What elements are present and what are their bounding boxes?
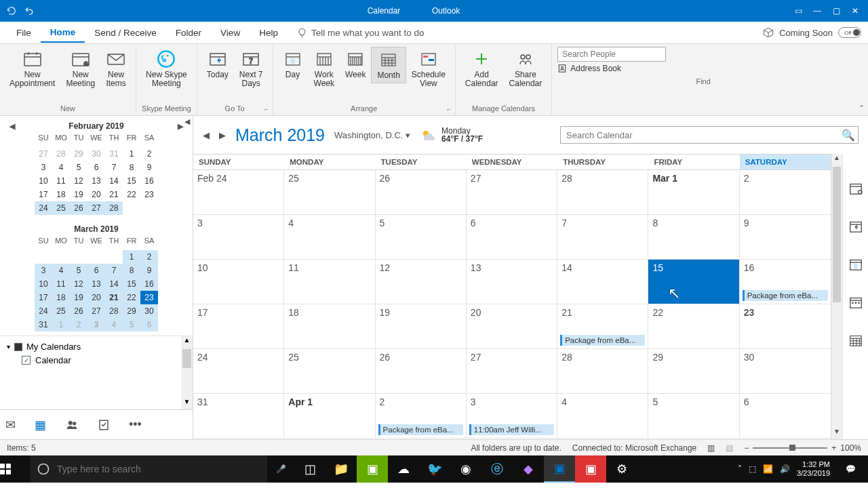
day-cell[interactable]: 29 (648, 349, 739, 393)
zoom-in-icon[interactable]: + (831, 443, 836, 453)
mini-day[interactable]: 15 (123, 277, 140, 291)
mini-day[interactable]: 6 (87, 264, 105, 277)
search-calendar-input[interactable] (561, 130, 839, 140)
scrollbar[interactable]: ▲▼ (181, 336, 193, 409)
mini-day[interactable]: 21 (105, 291, 123, 304)
dialog-launcher-icon[interactable]: ⌐ (445, 106, 454, 114)
start-button[interactable] (0, 464, 30, 474)
mini-day[interactable]: 10 (35, 277, 52, 291)
more-icon[interactable]: ••• (129, 418, 142, 432)
mini-day[interactable]: 22 (123, 188, 140, 201)
app-outlook[interactable]: ▣ (544, 455, 575, 483)
day-cell[interactable]: 31 (193, 394, 284, 438)
mini-day[interactable]: 6 (140, 318, 158, 331)
day-cell[interactable]: 4 (284, 215, 375, 259)
mini-day[interactable]: 14 (105, 277, 123, 291)
mini-day[interactable]: 3 (35, 161, 52, 174)
mini-day[interactable]: 28 (105, 201, 123, 215)
day-cell[interactable]: 11 (284, 260, 375, 304)
mini-day[interactable]: 6 (87, 161, 105, 174)
taskbar-search-input[interactable] (57, 464, 260, 474)
day-cell[interactable]: 3 (193, 215, 284, 259)
mini-day[interactable]: 27 (87, 304, 105, 318)
day-cell[interactable]: 13 (467, 260, 557, 304)
next-7-days-button[interactable]: 7Next 7Days (234, 47, 269, 91)
calendar-event[interactable]: Package from eBa... (743, 290, 828, 301)
next-period-icon[interactable]: ▶ (219, 130, 226, 140)
search-calendar[interactable]: 🔍 (560, 126, 859, 144)
today-button[interactable]: Today (201, 47, 234, 82)
mini-day[interactable]: 10 (35, 174, 52, 188)
next-month-icon[interactable]: ▶ (178, 122, 183, 131)
day-cell[interactable]: 21Package from eBa... (557, 304, 648, 348)
new-skype-meeting-button[interactable]: New SkypeMeeting (140, 47, 193, 91)
day-cell[interactable]: 22 (648, 304, 739, 348)
mini-day[interactable]: 9 (140, 264, 158, 277)
day-cell[interactable]: 19 (376, 304, 467, 348)
day-cell[interactable]: 10 (193, 260, 284, 304)
peek-icon[interactable] (848, 257, 863, 272)
mini-day[interactable]: 18 (52, 291, 70, 304)
day-cell[interactable]: 23 (740, 304, 831, 348)
calendar-event[interactable]: Package from eBa... (378, 424, 463, 435)
weather-location[interactable]: Washington, D.C. ▾ (334, 130, 410, 140)
mini-day[interactable]: 5 (70, 161, 87, 174)
app-explorer[interactable]: 📁 (326, 455, 357, 483)
schedule-view-button[interactable]: ScheduleView (406, 47, 451, 91)
app-camtasia[interactable]: ▣ (357, 455, 388, 483)
add-calendar-button[interactable]: AddCalendar (460, 47, 504, 91)
day-cell[interactable]: 27 (467, 349, 557, 393)
my-calendars-header[interactable]: ▾My Calendars (7, 342, 186, 352)
day-cell[interactable]: 7 (557, 215, 648, 259)
day-cell[interactable]: 6 (740, 394, 831, 438)
mini-day[interactable]: 7 (105, 264, 123, 277)
tab-view[interactable]: View (211, 24, 250, 42)
day-cell[interactable]: 5 (648, 394, 739, 438)
peek-icon[interactable] (848, 219, 863, 234)
mini-day[interactable]: 31 (35, 318, 52, 331)
mini-day[interactable]: 30 (140, 304, 158, 318)
new-items-button[interactable]: NewItems (100, 47, 132, 91)
refresh-icon[interactable] (7, 6, 16, 16)
mini-day[interactable]: 20 (87, 291, 105, 304)
prev-period-icon[interactable]: ◀ (203, 130, 210, 140)
tray-up-icon[interactable]: ˄ (738, 464, 742, 474)
taskbar-search[interactable] (30, 455, 267, 483)
day-cell[interactable]: 25 (284, 349, 375, 393)
tray-clock[interactable]: 1:32 PM3/23/2019 (797, 460, 830, 478)
mini-day[interactable]: 29 (123, 304, 140, 318)
action-center-icon[interactable]: 💬 (837, 464, 864, 474)
mini-day[interactable]: 5 (123, 318, 140, 331)
day-cell[interactable]: 28 (557, 170, 648, 214)
tab-help[interactable]: Help (250, 24, 288, 42)
calendar-event[interactable]: Package from eBa... (560, 335, 645, 346)
mini-day[interactable]: 7 (105, 161, 123, 174)
mini-day[interactable]: 21 (105, 188, 123, 201)
calendar-icon[interactable]: ▦ (35, 418, 46, 432)
day-cell[interactable]: 18 (284, 304, 375, 348)
mini-day[interactable]: 29 (70, 147, 87, 161)
mini-day[interactable]: 26 (70, 201, 87, 215)
day-cell[interactable]: 30 (740, 349, 831, 393)
calendar-event[interactable]: 11:00am Jeff Willi... (469, 424, 554, 435)
mini-day[interactable]: 18 (52, 188, 70, 201)
app-chrome[interactable]: ◉ (450, 455, 481, 483)
close-icon[interactable]: ✕ (850, 6, 860, 16)
mini-day[interactable]: 24 (35, 201, 52, 215)
day-cell[interactable]: 25 (284, 170, 375, 214)
mini-day[interactable]: 12 (70, 277, 87, 291)
mini-day[interactable]: 5 (70, 264, 87, 277)
day-cell[interactable]: 17 (193, 304, 284, 348)
day-cell[interactable]: 311:00am Jeff Willi... (467, 394, 557, 438)
mini-day[interactable]: 15 (123, 174, 140, 188)
app-settings[interactable]: ⚙ (606, 455, 637, 483)
app-steam[interactable]: ☁ (388, 455, 419, 483)
peek-icon[interactable] (848, 333, 863, 348)
day-cell[interactable]: 4 (557, 394, 648, 438)
search-people-input[interactable] (557, 47, 666, 62)
mini-day[interactable]: 28 (105, 304, 123, 318)
app-snagit[interactable]: ▣ (575, 455, 606, 483)
new-meeting-button[interactable]: NewMeeting (60, 47, 100, 91)
tab-folder[interactable]: Folder (166, 24, 211, 42)
tell-me[interactable]: Tell me what you want to do (288, 28, 425, 38)
